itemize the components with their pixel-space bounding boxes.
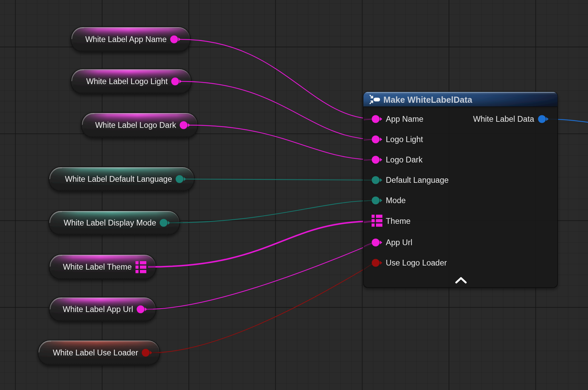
svg-text:White Label Default Language: White Label Default Language — [65, 175, 172, 183]
svg-text:App Name: App Name — [386, 115, 423, 123]
svg-text:Mode: Mode — [386, 196, 406, 205]
svg-text:White Label Logo Light: White Label Logo Light — [86, 77, 168, 86]
svg-text:White Label Theme: White Label Theme — [63, 262, 132, 271]
svg-text:White Label Data: White Label Data — [473, 115, 534, 123]
svg-text:Make WhiteLabelData: Make WhiteLabelData — [383, 95, 472, 104]
svg-text:White Label App Url: White Label App Url — [63, 305, 133, 314]
svg-text:White Label Use Loader: White Label Use Loader — [53, 348, 138, 357]
svg-text:Use Logo Loader: Use Logo Loader — [386, 258, 447, 267]
svg-text:Logo Light: Logo Light — [386, 135, 423, 144]
svg-text:White Label Logo Dark: White Label Logo Dark — [95, 121, 176, 130]
svg-text:Logo Dark: Logo Dark — [386, 155, 423, 164]
svg-text:White Label App Name: White Label App Name — [85, 35, 167, 44]
svg-text:Theme: Theme — [386, 217, 411, 226]
svg-text:Default Language: Default Language — [386, 176, 449, 184]
svg-text:App Url: App Url — [386, 238, 412, 247]
svg-text:White Label Display Mode: White Label Display Mode — [64, 218, 156, 227]
